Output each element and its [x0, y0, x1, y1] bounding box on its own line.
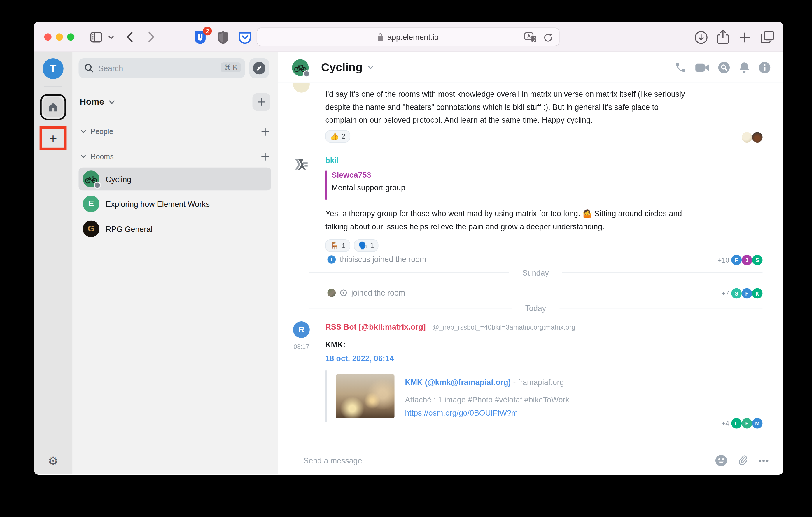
read-receipt-avatar[interactable]: S — [752, 255, 763, 265]
lock-icon — [377, 33, 383, 41]
embed-title-link[interactable]: KMK (@kmk@framapiaf.org) — [405, 378, 511, 387]
message-composer — [278, 447, 783, 475]
reaction-pill[interactable]: 🪑 1 — [325, 239, 350, 252]
reply-quote[interactable]: Siewca753 Mental support group — [325, 171, 405, 200]
compass-icon — [253, 61, 266, 75]
close-window-button[interactable] — [44, 33, 52, 40]
link-preview-card[interactable]: KMK (@kmk@framapiaf.org) - framapiaf.org… — [325, 370, 675, 422]
room-header: Cycling — [278, 52, 783, 83]
message-timeline[interactable]: I'd say it's one of the rooms with most … — [278, 83, 783, 447]
join-event: T thibiscus joined the room — [327, 255, 427, 264]
forward-button[interactable] — [148, 31, 154, 42]
minimize-window-button[interactable] — [56, 33, 63, 40]
room-name: Exploring how Element Works — [106, 199, 210, 208]
room-name: RPG General — [106, 224, 152, 233]
emoji-icon[interactable] — [715, 455, 727, 466]
bkil-avatar[interactable] — [293, 156, 310, 173]
downloads-icon[interactable] — [694, 31, 708, 44]
add-room-button[interactable] — [261, 153, 269, 160]
sidebar-chevron-icon[interactable] — [108, 35, 114, 39]
create-space-button[interactable]: + — [49, 132, 57, 145]
tab-overview-icon[interactable] — [760, 31, 774, 44]
reaction-pill[interactable]: 👍 2 — [325, 130, 350, 143]
embed-thumbnail-image[interactable] — [336, 374, 395, 418]
reload-icon[interactable] — [543, 33, 553, 42]
read-receipt-avatar[interactable]: F — [742, 418, 752, 429]
plus-icon — [261, 128, 269, 135]
room-title[interactable]: Cycling — [321, 61, 362, 74]
read-receipt-avatar[interactable]: L — [731, 418, 742, 429]
sender-name[interactable]: bkil — [325, 156, 339, 165]
read-receipt-avatar[interactable]: F — [731, 255, 742, 265]
read-receipt-avatar[interactable]: S — [731, 288, 742, 299]
translate-icon[interactable]: A文 — [524, 32, 537, 43]
room-item-rpg-general[interactable]: G RPG General — [79, 217, 271, 240]
room-avatar: G — [83, 221, 99, 237]
message-input[interactable] — [303, 456, 705, 465]
share-icon[interactable] — [717, 29, 729, 45]
event-avatar[interactable] — [327, 288, 336, 297]
room-info-icon[interactable] — [758, 61, 771, 74]
section-rooms[interactable]: Rooms — [79, 151, 271, 162]
read-receipt-avatar[interactable] — [752, 132, 763, 143]
room-search-icon[interactable] — [718, 61, 730, 74]
extension-shield-icon[interactable]: 2 — [193, 30, 207, 45]
room-header-avatar[interactable] — [292, 59, 309, 76]
extension-pocket-icon[interactable] — [238, 31, 252, 44]
room-item-exploring[interactable]: E Exploring how Element Works — [79, 192, 271, 215]
explore-rooms-button[interactable] — [250, 58, 269, 78]
message-link[interactable]: 18 oct. 2022, 06:14 — [325, 354, 394, 363]
chevron-down-icon — [109, 100, 115, 104]
event-avatar[interactable]: T — [327, 255, 336, 264]
embed-source: - framapiaf.org — [513, 378, 564, 387]
divider-line — [559, 308, 762, 308]
space-header[interactable]: Home — [79, 92, 271, 112]
read-receipt-avatar[interactable]: K — [752, 288, 763, 299]
search-icon — [84, 64, 94, 73]
attachment-icon[interactable] — [737, 455, 748, 466]
address-bar[interactable]: app.element.io A文 — [257, 28, 560, 46]
read-receipts: +10 F 3 S — [718, 255, 763, 265]
quick-settings-gear-icon[interactable]: ⚙ — [34, 455, 72, 468]
user-avatar[interactable]: T — [42, 58, 63, 79]
add-button[interactable] — [253, 93, 270, 111]
chair-emoji: 🪑 — [330, 241, 339, 250]
read-receipt-avatar[interactable]: M — [752, 418, 763, 429]
section-people[interactable]: People — [79, 126, 271, 137]
notifications-bell-icon[interactable] — [738, 61, 750, 74]
read-receipt-avatar[interactable] — [742, 132, 752, 143]
message-timestamp: 08:17 — [294, 343, 310, 351]
zoom-window-button[interactable] — [67, 33, 75, 40]
search-shortcut-badge: ⌘ K — [221, 62, 241, 72]
room-item-cycling[interactable]: Cycling — [79, 168, 271, 191]
back-button[interactable] — [126, 31, 133, 42]
quoted-sender[interactable]: Siewca753 — [331, 171, 405, 179]
safari-window: 2 app.element.io A文 — [34, 22, 783, 475]
embed-url-link[interactable]: https://osm.org/go/0BOUlFfW?m — [405, 408, 518, 417]
public-room-badge — [303, 70, 310, 77]
divider-label: Sunday — [509, 268, 562, 277]
message-text: I'd say it's one of the rooms with most … — [325, 87, 690, 126]
receipt-overflow: +10 — [718, 256, 729, 264]
search-input[interactable] — [79, 58, 245, 78]
extension-darkshield-icon[interactable] — [217, 31, 229, 44]
browser-toolbar: 2 app.element.io A文 — [34, 22, 783, 52]
add-people-button[interactable] — [261, 128, 269, 135]
home-icon — [43, 97, 63, 117]
receipt-overflow: +4 — [722, 419, 729, 427]
sender-name[interactable]: RSS Bot [@bkil:matrix.org] — [325, 322, 426, 331]
message-text-bold: KMK: — [325, 340, 346, 349]
sender-row: RSS Bot [@bkil:matrix.org] @_neb_rssbot_… — [325, 322, 575, 332]
video-call-icon[interactable] — [695, 62, 709, 72]
reaction-pill[interactable]: 🗣️ 1 — [354, 239, 379, 252]
new-tab-icon[interactable] — [740, 32, 750, 43]
sidebar-toggle-icon[interactable] — [90, 32, 103, 42]
read-receipt-avatar[interactable]: 3 — [742, 255, 752, 265]
room-list-panel: ⌘ K Home People — [72, 52, 278, 474]
voice-call-icon[interactable] — [674, 61, 687, 74]
rssbot-avatar[interactable]: R — [293, 322, 310, 338]
read-receipt-avatar[interactable]: F — [742, 288, 752, 299]
embed-description: Attaché : 1 image #Photo #vélotaf #bikeT… — [405, 395, 569, 404]
home-space-button[interactable] — [40, 94, 66, 120]
more-options-icon[interactable] — [758, 459, 769, 462]
